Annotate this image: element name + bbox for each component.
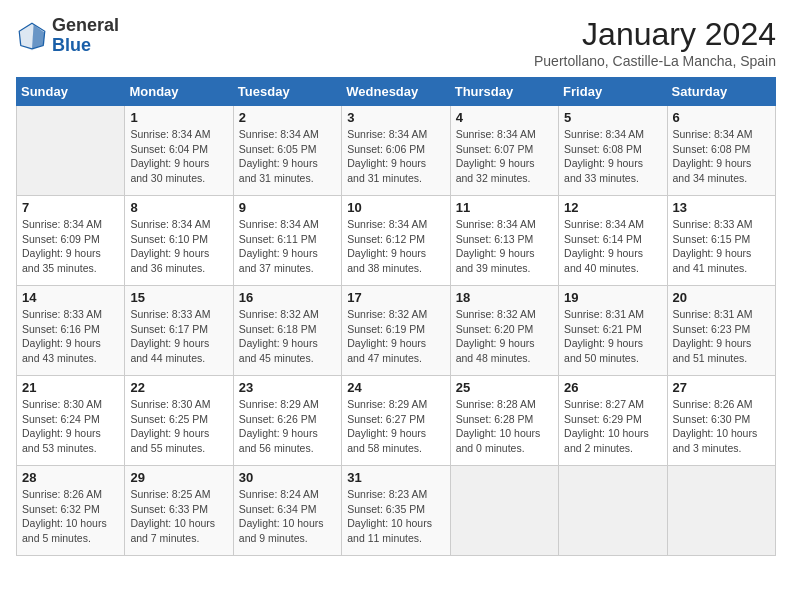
calendar-cell: 23Sunrise: 8:29 AMSunset: 6:26 PMDayligh… <box>233 376 341 466</box>
day-info: Sunrise: 8:24 AMSunset: 6:34 PMDaylight:… <box>239 487 336 546</box>
day-info: Sunrise: 8:34 AMSunset: 6:14 PMDaylight:… <box>564 217 661 276</box>
day-number: 20 <box>673 290 770 305</box>
day-number: 6 <box>673 110 770 125</box>
day-info: Sunrise: 8:34 AMSunset: 6:06 PMDaylight:… <box>347 127 444 186</box>
location-subtitle: Puertollano, Castille-La Mancha, Spain <box>534 53 776 69</box>
calendar-cell: 19Sunrise: 8:31 AMSunset: 6:21 PMDayligh… <box>559 286 667 376</box>
day-info: Sunrise: 8:29 AMSunset: 6:27 PMDaylight:… <box>347 397 444 456</box>
day-number: 19 <box>564 290 661 305</box>
day-info: Sunrise: 8:32 AMSunset: 6:19 PMDaylight:… <box>347 307 444 366</box>
day-info: Sunrise: 8:34 AMSunset: 6:04 PMDaylight:… <box>130 127 227 186</box>
calendar-cell: 22Sunrise: 8:30 AMSunset: 6:25 PMDayligh… <box>125 376 233 466</box>
day-info: Sunrise: 8:30 AMSunset: 6:24 PMDaylight:… <box>22 397 119 456</box>
calendar-cell: 29Sunrise: 8:25 AMSunset: 6:33 PMDayligh… <box>125 466 233 556</box>
calendar-cell: 11Sunrise: 8:34 AMSunset: 6:13 PMDayligh… <box>450 196 558 286</box>
calendar-cell: 10Sunrise: 8:34 AMSunset: 6:12 PMDayligh… <box>342 196 450 286</box>
weekday-header-row: SundayMondayTuesdayWednesdayThursdayFrid… <box>17 78 776 106</box>
calendar-week-1: 1Sunrise: 8:34 AMSunset: 6:04 PMDaylight… <box>17 106 776 196</box>
page-header: General Blue January 2024 Puertollano, C… <box>16 16 776 69</box>
calendar-cell <box>450 466 558 556</box>
day-number: 11 <box>456 200 553 215</box>
day-info: Sunrise: 8:34 AMSunset: 6:10 PMDaylight:… <box>130 217 227 276</box>
day-info: Sunrise: 8:32 AMSunset: 6:18 PMDaylight:… <box>239 307 336 366</box>
day-number: 4 <box>456 110 553 125</box>
calendar-week-4: 21Sunrise: 8:30 AMSunset: 6:24 PMDayligh… <box>17 376 776 466</box>
calendar-cell: 24Sunrise: 8:29 AMSunset: 6:27 PMDayligh… <box>342 376 450 466</box>
day-number: 26 <box>564 380 661 395</box>
calendar-table: SundayMondayTuesdayWednesdayThursdayFrid… <box>16 77 776 556</box>
day-number: 13 <box>673 200 770 215</box>
calendar-cell: 26Sunrise: 8:27 AMSunset: 6:29 PMDayligh… <box>559 376 667 466</box>
calendar-week-3: 14Sunrise: 8:33 AMSunset: 6:16 PMDayligh… <box>17 286 776 376</box>
day-number: 21 <box>22 380 119 395</box>
day-number: 31 <box>347 470 444 485</box>
day-info: Sunrise: 8:32 AMSunset: 6:20 PMDaylight:… <box>456 307 553 366</box>
day-number: 25 <box>456 380 553 395</box>
weekday-sunday: Sunday <box>17 78 125 106</box>
day-info: Sunrise: 8:29 AMSunset: 6:26 PMDaylight:… <box>239 397 336 456</box>
day-number: 18 <box>456 290 553 305</box>
day-number: 24 <box>347 380 444 395</box>
day-info: Sunrise: 8:34 AMSunset: 6:08 PMDaylight:… <box>564 127 661 186</box>
calendar-cell: 20Sunrise: 8:31 AMSunset: 6:23 PMDayligh… <box>667 286 775 376</box>
day-info: Sunrise: 8:27 AMSunset: 6:29 PMDaylight:… <box>564 397 661 456</box>
day-number: 10 <box>347 200 444 215</box>
day-number: 28 <box>22 470 119 485</box>
calendar-cell <box>17 106 125 196</box>
day-info: Sunrise: 8:26 AMSunset: 6:30 PMDaylight:… <box>673 397 770 456</box>
day-number: 17 <box>347 290 444 305</box>
calendar-week-2: 7Sunrise: 8:34 AMSunset: 6:09 PMDaylight… <box>17 196 776 286</box>
calendar-cell: 27Sunrise: 8:26 AMSunset: 6:30 PMDayligh… <box>667 376 775 466</box>
weekday-monday: Monday <box>125 78 233 106</box>
weekday-thursday: Thursday <box>450 78 558 106</box>
day-info: Sunrise: 8:34 AMSunset: 6:12 PMDaylight:… <box>347 217 444 276</box>
logo-icon <box>16 20 48 52</box>
day-info: Sunrise: 8:31 AMSunset: 6:23 PMDaylight:… <box>673 307 770 366</box>
calendar-cell: 7Sunrise: 8:34 AMSunset: 6:09 PMDaylight… <box>17 196 125 286</box>
day-number: 12 <box>564 200 661 215</box>
calendar-cell: 28Sunrise: 8:26 AMSunset: 6:32 PMDayligh… <box>17 466 125 556</box>
day-info: Sunrise: 8:33 AMSunset: 6:17 PMDaylight:… <box>130 307 227 366</box>
calendar-cell: 31Sunrise: 8:23 AMSunset: 6:35 PMDayligh… <box>342 466 450 556</box>
day-number: 16 <box>239 290 336 305</box>
day-info: Sunrise: 8:23 AMSunset: 6:35 PMDaylight:… <box>347 487 444 546</box>
day-info: Sunrise: 8:25 AMSunset: 6:33 PMDaylight:… <box>130 487 227 546</box>
weekday-tuesday: Tuesday <box>233 78 341 106</box>
day-number: 15 <box>130 290 227 305</box>
calendar-cell: 21Sunrise: 8:30 AMSunset: 6:24 PMDayligh… <box>17 376 125 466</box>
day-info: Sunrise: 8:30 AMSunset: 6:25 PMDaylight:… <box>130 397 227 456</box>
calendar-cell: 3Sunrise: 8:34 AMSunset: 6:06 PMDaylight… <box>342 106 450 196</box>
logo: General Blue <box>16 16 119 56</box>
day-info: Sunrise: 8:33 AMSunset: 6:15 PMDaylight:… <box>673 217 770 276</box>
logo-general-text: General <box>52 15 119 35</box>
day-number: 14 <box>22 290 119 305</box>
calendar-cell: 15Sunrise: 8:33 AMSunset: 6:17 PMDayligh… <box>125 286 233 376</box>
day-number: 27 <box>673 380 770 395</box>
title-block: January 2024 Puertollano, Castille-La Ma… <box>534 16 776 69</box>
weekday-friday: Friday <box>559 78 667 106</box>
day-number: 9 <box>239 200 336 215</box>
day-info: Sunrise: 8:34 AMSunset: 6:09 PMDaylight:… <box>22 217 119 276</box>
day-info: Sunrise: 8:34 AMSunset: 6:05 PMDaylight:… <box>239 127 336 186</box>
calendar-cell: 14Sunrise: 8:33 AMSunset: 6:16 PMDayligh… <box>17 286 125 376</box>
logo-blue-text: Blue <box>52 35 91 55</box>
calendar-cell: 18Sunrise: 8:32 AMSunset: 6:20 PMDayligh… <box>450 286 558 376</box>
day-number: 22 <box>130 380 227 395</box>
day-number: 5 <box>564 110 661 125</box>
calendar-week-5: 28Sunrise: 8:26 AMSunset: 6:32 PMDayligh… <box>17 466 776 556</box>
weekday-wednesday: Wednesday <box>342 78 450 106</box>
day-info: Sunrise: 8:31 AMSunset: 6:21 PMDaylight:… <box>564 307 661 366</box>
month-year-title: January 2024 <box>534 16 776 53</box>
calendar-cell: 6Sunrise: 8:34 AMSunset: 6:08 PMDaylight… <box>667 106 775 196</box>
calendar-body: 1Sunrise: 8:34 AMSunset: 6:04 PMDaylight… <box>17 106 776 556</box>
calendar-cell: 12Sunrise: 8:34 AMSunset: 6:14 PMDayligh… <box>559 196 667 286</box>
calendar-cell: 4Sunrise: 8:34 AMSunset: 6:07 PMDaylight… <box>450 106 558 196</box>
calendar-cell: 2Sunrise: 8:34 AMSunset: 6:05 PMDaylight… <box>233 106 341 196</box>
day-info: Sunrise: 8:33 AMSunset: 6:16 PMDaylight:… <box>22 307 119 366</box>
day-number: 29 <box>130 470 227 485</box>
calendar-cell: 17Sunrise: 8:32 AMSunset: 6:19 PMDayligh… <box>342 286 450 376</box>
day-info: Sunrise: 8:34 AMSunset: 6:11 PMDaylight:… <box>239 217 336 276</box>
day-number: 7 <box>22 200 119 215</box>
calendar-cell: 9Sunrise: 8:34 AMSunset: 6:11 PMDaylight… <box>233 196 341 286</box>
calendar-cell: 30Sunrise: 8:24 AMSunset: 6:34 PMDayligh… <box>233 466 341 556</box>
